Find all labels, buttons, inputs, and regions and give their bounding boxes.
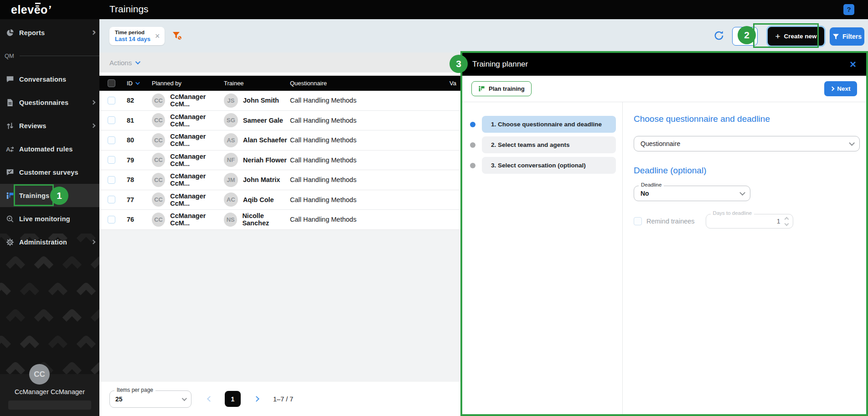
sidebar-item-label: Administration — [19, 239, 67, 246]
sidebar-item-questionnaires[interactable]: Questionnaires — [0, 91, 99, 114]
create-new-button[interactable]: + Create new — [768, 27, 824, 46]
planner-step-3[interactable]: 3. Select conversation (optional) — [462, 157, 622, 174]
chip-value: Last 14 days — [115, 36, 150, 43]
trainee-name: John Matrix — [243, 176, 280, 183]
clear-filters-icon[interactable] — [171, 30, 182, 41]
avatar: SG — [224, 113, 238, 127]
remind-trainees-checkbox[interactable] — [634, 217, 642, 225]
row-checkbox[interactable] — [108, 216, 115, 224]
avatar: CC — [152, 133, 165, 147]
survey-icon — [5, 168, 15, 177]
step-label[interactable]: 2. Select teams and agents — [482, 136, 616, 153]
select-all-checkbox[interactable] — [108, 79, 115, 87]
sidebar-item-administration[interactable]: Administration — [0, 230, 99, 254]
training-planner-panel: Training planner × Plan training Next 1.… — [460, 51, 868, 416]
row-id: 76 — [127, 216, 134, 223]
monitor-icon — [5, 214, 15, 224]
row-checkbox[interactable] — [108, 116, 115, 124]
row-checkbox[interactable] — [108, 97, 115, 104]
sidebar-item-trainings[interactable]: Trainings — [0, 184, 99, 207]
avatar: CC — [152, 113, 165, 127]
chevron-down-icon — [739, 190, 745, 196]
time-period-chip[interactable]: Time period Last 14 days × — [109, 27, 165, 45]
page-title: Trainings — [109, 4, 149, 15]
planned-by-name: CcManager CcM... — [170, 133, 224, 147]
next-button[interactable]: Next — [824, 81, 857, 96]
chip-remove-icon[interactable]: × — [155, 31, 160, 41]
planner-header: Training planner × — [462, 53, 866, 76]
column-trainee[interactable]: Trainee — [224, 80, 290, 87]
previous-page-icon[interactable] — [207, 396, 213, 402]
next-page-icon[interactable] — [253, 396, 259, 402]
sidebar-item-reviews[interactable]: Reviews — [0, 114, 99, 137]
sidebar-item-label: Conversations — [19, 76, 66, 83]
questionnaire-name: Call Handling Methods — [290, 196, 356, 203]
document-icon — [5, 98, 15, 107]
hidden-outlined-button[interactable] — [732, 27, 758, 46]
deadline-heading: Deadline (optional) — [634, 166, 860, 176]
avatar: JM — [224, 173, 238, 187]
step-label[interactable]: 1. Choose questionnaire and deadline — [482, 116, 616, 133]
avatar: NS — [224, 213, 237, 227]
app-root: elevēo’ Trainings ? › ReportsQMConversat… — [0, 0, 868, 416]
chat-icon — [5, 75, 15, 84]
sidebar-item-label: Live monitoring — [19, 215, 70, 223]
sidebar-item-conversations[interactable]: Conversations — [0, 68, 99, 91]
row-checkbox[interactable] — [108, 176, 115, 184]
chevron-right-icon — [91, 240, 96, 244]
column-id[interactable]: ID — [127, 80, 152, 87]
sidebar-item-live-monitoring[interactable]: Live monitoring — [0, 207, 99, 230]
days-to-deadline-input[interactable]: Days to deadline 1 — [706, 214, 793, 229]
plan-training-button[interactable]: Plan training — [471, 81, 532, 96]
auto-rules-icon: A — [5, 145, 15, 154]
planner-form: Choose questionnaire and deadline Questi… — [623, 102, 866, 414]
trainee-name: Aqib Cole — [243, 196, 274, 203]
sidebar-item-customer-surveys[interactable]: Customer surveys — [0, 161, 99, 184]
close-icon[interactable]: × — [850, 59, 856, 70]
questionnaire-placeholder: Questionnaire — [641, 140, 680, 147]
page-number-button[interactable]: 1 — [225, 391, 241, 407]
chevron-right-icon — [830, 87, 835, 91]
column-planned-by[interactable]: Planned by — [152, 80, 224, 87]
row-checkbox[interactable] — [108, 196, 115, 203]
remind-row: Remind trainees Days to deadline 1 — [634, 214, 860, 229]
planned-by-name: CcManager CcM... — [170, 172, 224, 187]
avatar: AS — [224, 133, 238, 147]
deadline-select[interactable]: Deadline No — [634, 186, 750, 201]
user-avatar[interactable]: CC — [29, 364, 50, 385]
row-checkbox[interactable] — [108, 156, 115, 164]
sidebar-item-reports[interactable]: Reports — [0, 21, 99, 44]
planner-step-2[interactable]: 2. Select teams and agents — [462, 136, 622, 153]
refresh-icon[interactable] — [713, 30, 725, 42]
planned-by-name: CcManager CcM... — [170, 113, 224, 128]
items-per-page-label: Items per page — [114, 387, 155, 393]
pagination-range: 1–7 / 7 — [273, 395, 293, 403]
chevron-right-icon — [91, 124, 96, 128]
sidebar-item-automated-rules[interactable]: AAutomated rules — [0, 137, 99, 161]
items-per-page-select[interactable]: Items per page 25 — [109, 390, 191, 408]
trainee-name: Neriah Flower — [243, 156, 287, 164]
trainee-name: John Smith — [243, 97, 279, 104]
number-stepper[interactable] — [785, 218, 788, 225]
planner-body: 1. Choose questionnaire and deadline2. S… — [462, 102, 866, 414]
avatar: AC — [224, 192, 238, 207]
swap-arrows-icon — [5, 121, 15, 130]
questionnaire-select[interactable]: Questionnaire — [634, 136, 860, 151]
planner-toolbar: Plan training Next — [462, 76, 866, 102]
plan-training-label: Plan training — [489, 85, 525, 92]
planned-by-name: CcManager CcM... — [170, 153, 224, 167]
deadline-label: Deadline — [639, 182, 664, 187]
step-label[interactable]: 3. Select conversation (optional) — [482, 157, 616, 174]
next-label: Next — [837, 85, 850, 92]
help-icon[interactable]: ? — [843, 4, 854, 15]
sidebar-item-label: Customer surveys — [19, 169, 78, 176]
questionnaire-name: Call Handling Methods — [290, 117, 356, 124]
sidebar-section-label: QM — [0, 44, 99, 68]
filters-button[interactable]: Filters — [830, 27, 864, 46]
actions-chevron-down-icon[interactable] — [135, 59, 140, 64]
planner-step-1[interactable]: 1. Choose questionnaire and deadline — [462, 116, 622, 133]
row-checkbox[interactable] — [108, 136, 115, 144]
column-questionnaire[interactable]: Questionnaire — [290, 80, 450, 87]
row-id: 82 — [127, 97, 134, 104]
form-heading: Choose questionnaire and deadline — [634, 114, 860, 124]
